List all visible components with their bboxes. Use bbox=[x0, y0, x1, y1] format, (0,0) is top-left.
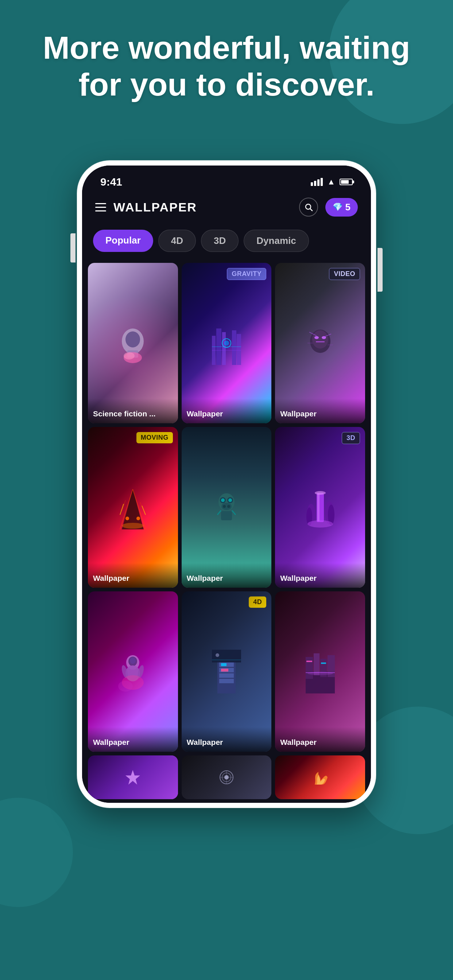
wp-label-8: Wallpaper bbox=[182, 727, 272, 752]
svg-rect-20 bbox=[316, 341, 325, 342]
gem-badge[interactable]: 💎 5 bbox=[325, 198, 358, 216]
wallpaper-item-3[interactable]: VIDEO Wallpaper bbox=[275, 263, 365, 423]
svg-line-33 bbox=[122, 500, 126, 511]
svg-point-3 bbox=[126, 331, 140, 347]
wp-label-6: Wallpaper bbox=[275, 563, 365, 588]
svg-rect-10 bbox=[232, 330, 236, 365]
tab-3d[interactable]: 3D bbox=[201, 230, 239, 252]
wp-label-1: Science fiction ... bbox=[88, 398, 178, 423]
svg-rect-67 bbox=[221, 663, 226, 666]
wallpaper-item-6[interactable]: 3D Wallpaper bbox=[275, 427, 365, 587]
svg-point-80 bbox=[308, 671, 333, 675]
svg-point-56 bbox=[130, 657, 136, 664]
category-tabs: Popular 4D 3D Dynamic bbox=[82, 224, 371, 259]
tab-dynamic[interactable]: Dynamic bbox=[244, 230, 309, 252]
wp-label-5: Wallpaper bbox=[182, 563, 272, 588]
wp-label-7: Wallpaper bbox=[88, 727, 178, 752]
svg-point-70 bbox=[215, 653, 219, 657]
phone-frame: 9:41 ▲ WALLPAPER bbox=[77, 161, 376, 808]
wallpaper-item-2[interactable]: GRAVITY Wallpaper bbox=[182, 263, 272, 423]
wp-title-2: Wallpaper bbox=[187, 409, 223, 418]
app-title: WALLPAPER bbox=[113, 200, 197, 215]
wifi-icon: ▲ bbox=[327, 177, 335, 187]
partial-item-1[interactable] bbox=[88, 756, 178, 799]
svg-line-45 bbox=[232, 511, 236, 515]
svg-point-41 bbox=[223, 505, 226, 508]
phone-screen: 9:41 ▲ WALLPAPER bbox=[82, 165, 371, 803]
badge-4d: 4D bbox=[249, 597, 266, 608]
tab-4d[interactable]: 4D bbox=[158, 230, 196, 252]
svg-rect-66 bbox=[219, 679, 234, 683]
svg-point-28 bbox=[126, 517, 129, 520]
svg-point-42 bbox=[227, 505, 230, 508]
wp-title-5: Wallpaper bbox=[187, 574, 223, 582]
svg-rect-43 bbox=[221, 511, 232, 520]
badge-3d: 3D bbox=[342, 432, 360, 444]
svg-rect-11 bbox=[237, 334, 241, 365]
phone-mockup: 9:41 ▲ WALLPAPER bbox=[77, 161, 376, 808]
svg-point-29 bbox=[136, 517, 140, 520]
status-bar: 9:41 ▲ bbox=[82, 165, 371, 192]
svg-rect-9 bbox=[222, 332, 226, 365]
wallpaper-item-9[interactable]: Wallpaper bbox=[275, 591, 365, 752]
svg-point-38 bbox=[221, 498, 225, 502]
svg-point-15 bbox=[224, 340, 229, 345]
signal-icon bbox=[311, 178, 323, 186]
wallpaper-grid: Science fiction ... bbox=[82, 259, 371, 756]
wp-label-9: Wallpaper bbox=[275, 727, 365, 752]
svg-rect-68 bbox=[221, 669, 228, 671]
gem-icon: 💎 bbox=[333, 202, 343, 212]
svg-marker-81 bbox=[126, 770, 140, 784]
wp-title-1: Science fiction ... bbox=[93, 409, 156, 418]
svg-line-44 bbox=[217, 511, 221, 515]
svg-point-61 bbox=[118, 681, 133, 692]
wallpaper-item-4[interactable]: MOVING Wallpaper bbox=[88, 427, 178, 587]
hero-section: More wonderful, waiting for you to disco… bbox=[0, 29, 453, 103]
svg-rect-47 bbox=[317, 494, 319, 521]
header-right: 💎 5 bbox=[299, 197, 358, 216]
wallpaper-item-8[interactable]: 4D Wallpaper bbox=[182, 591, 272, 752]
search-button[interactable] bbox=[299, 197, 318, 216]
svg-point-53 bbox=[315, 491, 326, 495]
hero-title: More wonderful, waiting for you to disco… bbox=[22, 29, 431, 103]
wp-label-4: Wallpaper bbox=[88, 563, 178, 588]
wallpaper-item-5[interactable]: Wallpaper bbox=[182, 427, 272, 587]
badge-gravity: GRAVITY bbox=[227, 268, 266, 280]
partial-row bbox=[82, 756, 371, 803]
svg-rect-77 bbox=[306, 660, 312, 662]
badge-moving: MOVING bbox=[136, 432, 173, 443]
tab-popular[interactable]: Popular bbox=[93, 230, 153, 252]
status-time: 9:41 bbox=[100, 176, 122, 188]
svg-rect-73 bbox=[306, 657, 313, 679]
wallpaper-item-1[interactable]: Science fiction ... bbox=[88, 263, 178, 423]
menu-button[interactable] bbox=[95, 203, 106, 212]
svg-point-30 bbox=[122, 523, 144, 529]
app-header: WALLPAPER 💎 5 bbox=[82, 192, 371, 224]
wp-title-6: Wallpaper bbox=[280, 574, 317, 582]
wallpaper-item-7[interactable]: Wallpaper bbox=[88, 591, 178, 752]
wp-title-3: Wallpaper bbox=[280, 409, 317, 418]
battery-icon bbox=[340, 179, 353, 185]
svg-line-34 bbox=[140, 502, 144, 511]
wp-title-9: Wallpaper bbox=[280, 738, 317, 746]
header-left: WALLPAPER bbox=[95, 200, 197, 215]
svg-point-52 bbox=[308, 520, 333, 528]
bg-decoration-left bbox=[0, 798, 73, 907]
wp-title-7: Wallpaper bbox=[93, 738, 129, 746]
partial-item-2[interactable] bbox=[182, 756, 272, 799]
svg-point-17 bbox=[312, 330, 328, 348]
partial-item-3[interactable] bbox=[275, 756, 365, 799]
svg-line-32 bbox=[142, 506, 145, 515]
svg-point-6 bbox=[124, 352, 135, 360]
gem-count: 5 bbox=[345, 202, 351, 213]
svg-rect-65 bbox=[219, 673, 234, 678]
status-icons: ▲ bbox=[311, 177, 353, 187]
svg-point-39 bbox=[228, 498, 232, 502]
wp-label-3: Wallpaper bbox=[275, 398, 365, 423]
wp-label-2: Wallpaper bbox=[182, 398, 272, 423]
wp-title-8: Wallpaper bbox=[187, 738, 223, 746]
svg-line-1 bbox=[310, 209, 312, 211]
svg-rect-78 bbox=[321, 662, 326, 664]
badge-video: VIDEO bbox=[329, 268, 360, 280]
svg-point-18 bbox=[314, 336, 319, 339]
